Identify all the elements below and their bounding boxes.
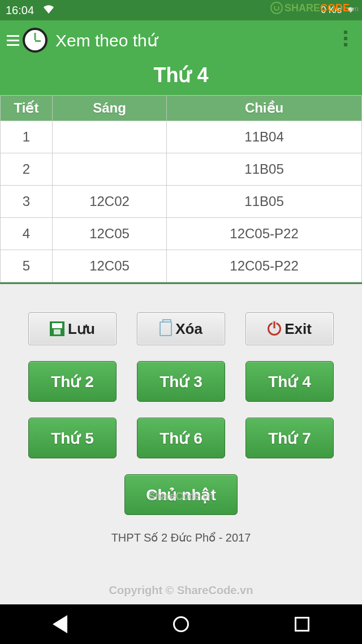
delete-label: Xóa — [175, 320, 202, 338]
sharecode-ring-icon — [270, 2, 283, 14]
nav-home-icon[interactable] — [173, 616, 189, 632]
app-bar: Xem theo thứ — [0, 20, 362, 60]
cell-chieu[interactable]: 11B04 — [167, 121, 362, 153]
cell-sang[interactable]: 12C05 — [53, 218, 167, 250]
day-sat-button[interactable]: Thứ 7 — [245, 418, 334, 458]
th-chieu: Chiều — [167, 96, 362, 121]
action-row: Lưu Xóa Exit — [0, 312, 362, 345]
cell-tiet: 5 — [1, 250, 53, 282]
table-row: 2 11B05 — [1, 153, 362, 186]
th-tiet: Tiết — [1, 96, 53, 121]
status-time: 16:04 — [6, 4, 34, 17]
day-heading: Thứ 4 — [0, 60, 362, 95]
day-mon-button[interactable]: Thứ 2 — [28, 361, 117, 402]
android-nav-bar — [0, 604, 362, 644]
app-title: Xem theo thứ — [55, 31, 158, 50]
logo-text-3: .vn — [350, 5, 359, 13]
trash-icon — [160, 321, 172, 336]
wifi-icon — [42, 3, 55, 18]
overflow-menu-icon[interactable] — [344, 31, 347, 46]
cell-sang[interactable] — [53, 121, 167, 153]
day-row-1: Thứ 2 Thứ 3 Thứ 4 — [0, 361, 362, 402]
status-bar: 16:04 0 K/s SHARECODE.vn — [0, 0, 362, 20]
cell-sang[interactable] — [53, 153, 167, 186]
power-icon — [268, 322, 281, 336]
save-icon — [50, 321, 64, 336]
logo-text-1: SHARE — [285, 2, 320, 14]
content-body: Lưu Xóa Exit Thứ 2 Thứ 3 Thứ 4 Thứ 5 Thứ… — [0, 284, 362, 544]
delete-button[interactable]: Xóa — [137, 312, 225, 345]
exit-label: Exit — [285, 320, 312, 338]
nav-back-icon[interactable] — [53, 615, 67, 633]
cell-chieu[interactable]: 12C05-P22 — [167, 250, 362, 282]
day-row-2: Thứ 5 Thứ 6 Thứ 7 — [0, 418, 362, 458]
save-button[interactable]: Lưu — [28, 312, 117, 345]
table-row: 5 12C05 12C05-P22 — [1, 250, 362, 282]
menu-icon[interactable] — [7, 35, 23, 46]
exit-button[interactable]: Exit — [245, 312, 334, 345]
save-label: Lưu — [68, 320, 95, 338]
cell-tiet: 1 — [1, 121, 53, 153]
day-fri-button[interactable]: Thứ 6 — [137, 418, 225, 458]
table-row: 1 11B04 — [1, 121, 362, 153]
day-thu-button[interactable]: Thứ 5 — [28, 418, 117, 458]
cell-chieu[interactable]: 12C05-P22 — [167, 218, 362, 250]
day-tue-button[interactable]: Thứ 3 — [137, 361, 225, 402]
watermark-large: Copyright © ShareCode.vn — [0, 584, 362, 597]
nav-recent-icon[interactable] — [295, 617, 309, 632]
cell-tiet: 3 — [1, 186, 53, 218]
sharecode-logo: SHARECODE.vn — [270, 2, 359, 14]
footer-text: THPT Số 2 Đức Phổ - 2017 — [0, 531, 362, 544]
day-row-3: Chủ nhật — [0, 474, 362, 515]
status-left: 16:04 — [6, 3, 55, 18]
cell-tiet: 4 — [1, 218, 53, 250]
cell-sang[interactable]: 12C05 — [53, 250, 167, 282]
day-wed-button[interactable]: Thứ 4 — [245, 361, 334, 402]
day-sun-button[interactable]: Chủ nhật — [124, 474, 238, 515]
cell-chieu[interactable]: 11B05 — [167, 186, 362, 218]
schedule-table-wrap: Tiết Sáng Chiều 1 11B04 2 11B05 3 12C02 … — [0, 95, 362, 284]
cell-tiet: 2 — [1, 153, 53, 186]
logo-text-2: CODE — [320, 2, 350, 14]
table-row: 4 12C05 12C05-P22 — [1, 218, 362, 250]
clock-icon — [23, 28, 48, 53]
cell-sang[interactable]: 12C02 — [53, 186, 167, 218]
schedule-table: Tiết Sáng Chiều 1 11B04 2 11B05 3 12C02 … — [0, 95, 362, 282]
table-row: 3 12C02 11B05 — [1, 186, 362, 218]
cell-chieu[interactable]: 11B05 — [167, 153, 362, 186]
th-sang: Sáng — [53, 96, 167, 121]
